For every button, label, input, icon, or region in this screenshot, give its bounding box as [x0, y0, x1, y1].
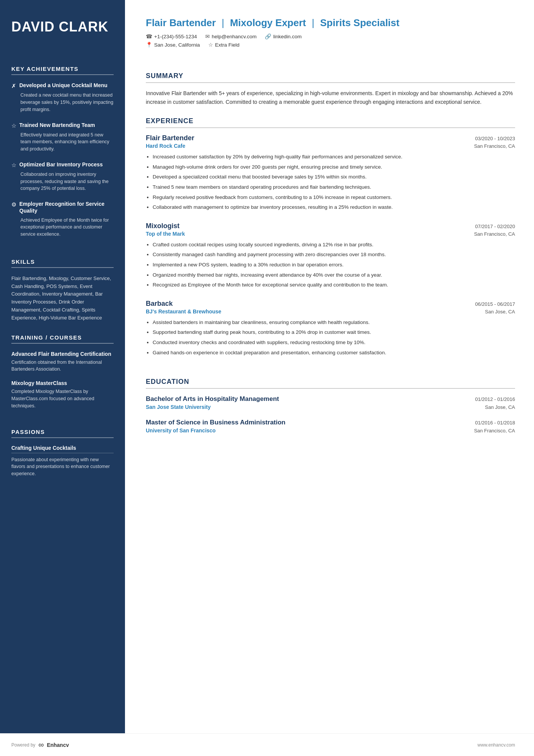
contact-row-1: ☎+1-(234)-555-1234✉help@enhancv.com🔗link…	[146, 33, 515, 39]
email-icon: ✉	[205, 33, 210, 39]
training-title: Advanced Flair Bartending Certification	[11, 351, 114, 357]
exp-bullet: Consistently managed cash handling and p…	[153, 250, 515, 259]
exp-bullet: Supported bartending staff during peak h…	[153, 328, 515, 337]
passions-section-title: PASSIONS	[11, 429, 114, 438]
edu-dates: 01/2016 - 01/2018	[475, 420, 515, 426]
exp-bullets-list: Assisted bartenders in maintaining bar c…	[146, 318, 515, 357]
phone-icon: ☎	[146, 33, 152, 39]
achievement-title: Trained New Bartending Team	[19, 122, 95, 128]
exp-dates: 07/2017 - 02/2020	[475, 224, 515, 229]
exp-bullet: Recognized as Employee of the Month twic…	[153, 281, 515, 289]
achievement-item: ☆ Trained New Bartending Team Effectivel…	[11, 122, 114, 153]
training-section-title: TRAINING / COURSES	[11, 334, 114, 344]
passion-desc: Passionate about experimenting with new …	[11, 456, 114, 477]
achievement-title: Optimized Bar Inventory Process	[19, 161, 103, 168]
title-divider: |	[309, 17, 317, 28]
experience-section-title: EXPERIENCE	[146, 117, 515, 128]
exp-job-title: Barback	[146, 300, 173, 308]
exp-company: Hard Rock Cafe	[146, 143, 185, 149]
training-list: Advanced Flair Bartending Certification …	[11, 351, 114, 416]
title-divider: |	[219, 17, 227, 28]
edu-location: San Jose, CA	[485, 404, 515, 410]
achievement-icon: ✗	[11, 83, 16, 89]
contact-text: linkedin.com	[273, 34, 301, 39]
summary-section-title: SUMMARY	[146, 72, 515, 83]
contact-text: +1-(234)-555-1234	[154, 34, 197, 39]
main-content: Flair Bartender | Mixology Expert | Spir…	[125, 0, 534, 733]
education-block: Bachelor of Arts in Hospitality Manageme…	[146, 395, 515, 410]
passion-title: Crafting Unique Cocktails	[11, 445, 114, 453]
exp-job-title: Flair Bartender	[146, 134, 194, 142]
link-icon: 🔗	[265, 33, 271, 39]
location-icon: 📍	[146, 42, 152, 48]
exp-company: Top of the Mark	[146, 231, 185, 237]
achievement-icon: ☆	[11, 122, 16, 129]
exp-bullet: Managed high-volume drink orders for ove…	[153, 163, 515, 171]
exp-bullets-list: Increased customer satisfaction by 20% b…	[146, 153, 515, 211]
training-item: Mixology MasterClass Completed Mixology …	[11, 380, 114, 409]
sidebar: DAVID CLARK KEY ACHIEVEMENTS ✗ Developed…	[0, 0, 125, 733]
contact-item: 🔗linkedin.com	[265, 33, 301, 39]
achievement-item: ⚙ Employer Recognition for Service Quali…	[11, 200, 114, 238]
exp-bullet: Trained 5 new team members on standard o…	[153, 183, 515, 191]
powered-by-label: Powered by	[11, 742, 35, 748]
contact-item: 📍San Jose, California	[146, 42, 200, 48]
contact-item: ✉help@enhancv.com	[205, 33, 257, 39]
exp-location: San Francisco, CA	[474, 231, 515, 237]
candidate-name: DAVID CLARK	[11, 19, 114, 34]
exp-location: San Jose, CA	[485, 309, 515, 315]
exp-bullet: Assisted bartenders in maintaining bar c…	[153, 318, 515, 327]
achievement-item: ✗ Developed a Unique Cocktail Menu Creat…	[11, 82, 114, 113]
summary-text: Innovative Flair Bartender with 5+ years…	[146, 89, 515, 106]
achievement-title: Developed a Unique Cocktail Menu	[19, 82, 108, 89]
training-title: Mixology MasterClass	[11, 380, 114, 387]
contact-text: help@enhancv.com	[212, 34, 257, 39]
achievement-desc: Effectively trained and integrated 5 new…	[11, 131, 114, 153]
education-section-title: EDUCATION	[146, 378, 515, 389]
exp-bullet: Collaborated with management to optimize…	[153, 203, 515, 211]
passions-list: Crafting Unique Cocktails Passionate abo…	[11, 445, 114, 477]
experience-list: Flair Bartender 03/2020 - 10/2023 Hard R…	[146, 134, 515, 367]
job-title-part: Flair Bartender	[146, 17, 216, 28]
job-titles: Flair Bartender | Mixology Expert | Spir…	[146, 17, 515, 29]
exp-company: BJ's Restaurant & Brewhouse	[146, 308, 221, 315]
contact-text: Extra Field	[215, 42, 240, 48]
main-header: Flair Bartender | Mixology Expert | Spir…	[146, 17, 515, 50]
contact-item: ☆Extra Field	[208, 42, 240, 48]
exp-bullet: Implemented a new POS system, leading to…	[153, 261, 515, 269]
exp-bullet: Developed a specialized cocktail menu th…	[153, 173, 515, 181]
edu-school: San Jose State University	[146, 404, 211, 410]
achievements-section-title: KEY ACHIEVEMENTS	[11, 66, 114, 75]
footer: Powered by ∞ Enhancv www.enhancv.com	[0, 733, 534, 756]
star-icon: ☆	[208, 42, 213, 48]
enhancv-logo-icon: ∞	[38, 740, 44, 749]
achievement-title: Employer Recognition for Service Quality	[19, 200, 114, 214]
brand-name: Enhancv	[47, 742, 69, 748]
exp-bullet: Organized monthly themed bar nights, inc…	[153, 271, 515, 279]
edu-dates: 01/2012 - 01/2016	[475, 396, 515, 402]
job-title-part: Spirits Specialist	[320, 17, 400, 28]
experience-block: Flair Bartender 03/2020 - 10/2023 Hard R…	[146, 134, 515, 211]
achievement-icon: ⚙	[11, 201, 16, 208]
experience-block: Mixologist 07/2017 - 02/2020 Top of the …	[146, 222, 515, 289]
exp-dates: 03/2020 - 10/2023	[475, 136, 515, 141]
passion-item: Crafting Unique Cocktails Passionate abo…	[11, 445, 114, 477]
achievement-icon: ☆	[11, 162, 16, 169]
training-desc: Certification obtained from the Internat…	[11, 359, 114, 373]
edu-location: San Francisco, CA	[474, 428, 515, 434]
exp-bullet: Conducted inventory checks and coordinat…	[153, 338, 515, 347]
skills-section-title: SKILLS	[11, 258, 114, 268]
exp-bullet: Crafted custom cocktail recipes using lo…	[153, 241, 515, 249]
contact-row-2: 📍San Jose, California☆Extra Field	[146, 42, 515, 48]
footer-website: www.enhancv.com	[478, 742, 515, 748]
skills-text: Flair Bartending, Mixology, Customer Ser…	[11, 275, 114, 322]
edu-degree: Bachelor of Arts in Hospitality Manageme…	[146, 395, 279, 403]
job-title-part: Mixology Expert	[230, 17, 306, 28]
exp-bullet: Regularly received positive feedback fro…	[153, 193, 515, 202]
contact-item: ☎+1-(234)-555-1234	[146, 33, 197, 39]
exp-dates: 06/2015 - 06/2017	[475, 301, 515, 307]
exp-location: San Francisco, CA	[474, 143, 515, 149]
achievement-desc: Created a new cocktail menu that increas…	[11, 92, 114, 113]
achievement-item: ☆ Optimized Bar Inventory Process Collab…	[11, 161, 114, 192]
training-item: Advanced Flair Bartending Certification …	[11, 351, 114, 373]
